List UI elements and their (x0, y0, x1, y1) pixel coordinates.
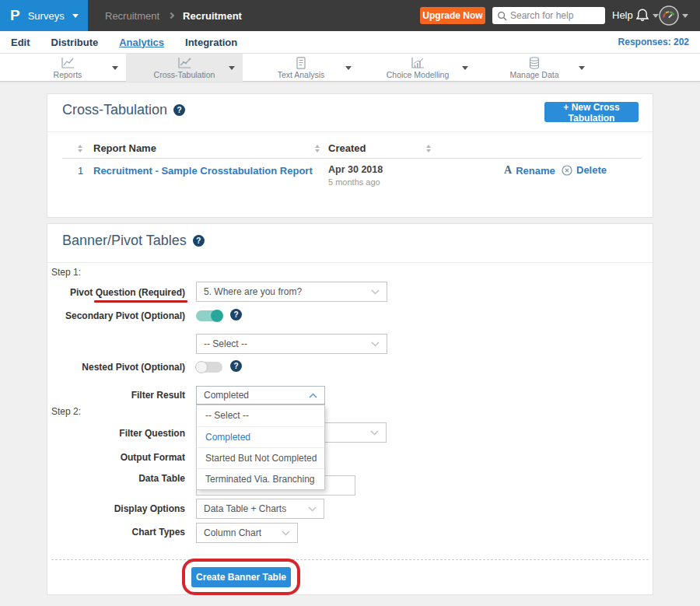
chevron-down-icon (282, 531, 290, 536)
created-ago: 5 months ago (328, 177, 380, 187)
surveys-menu[interactable]: P Surveys (0, 0, 88, 31)
top-bar: P Surveys Recruitment Recruitment Upgrad… (0, 0, 700, 31)
nav-item-distribute[interactable]: Distribute (51, 37, 99, 48)
tab-text-analysis[interactable]: Text Analysis (243, 54, 359, 82)
column-header-created[interactable]: Created (328, 142, 366, 154)
filter-result-select[interactable]: Completed (196, 386, 325, 405)
report-name-link[interactable]: Recruitment - Sample Crosstabulation Rep… (93, 165, 313, 177)
tab-label: Text Analysis (243, 70, 359, 79)
search-icon (497, 11, 507, 21)
nav-item-analytics[interactable]: Analytics (119, 37, 164, 48)
help-icon[interactable]: ? (173, 104, 185, 116)
delete-button[interactable]: Delete (562, 164, 607, 176)
responses-count: Responses: 202 (618, 31, 689, 53)
help-icon[interactable]: ? (230, 360, 242, 372)
analytics-tab-strip: Reports Cross-Tabulation Text Analysis C… (0, 53, 700, 82)
pivot-question-value: 5. Where are you from? (204, 286, 302, 297)
trend-chart-icon (126, 57, 243, 69)
pivot-question-select[interactable]: 5. Where are you from? (196, 282, 387, 302)
account-avatar[interactable] (659, 5, 679, 26)
tab-reports[interactable]: Reports (9, 54, 126, 82)
breadcrumb-parent[interactable]: Recruitment (105, 10, 159, 22)
tab-choice-modelling[interactable]: Choice Modelling (359, 54, 476, 82)
chevron-down-icon (72, 14, 79, 18)
bar-chart-icon (359, 57, 476, 69)
sort-icon[interactable] (78, 145, 82, 152)
chevron-down-icon (371, 289, 380, 295)
tab-label: Cross-Tabulation (126, 70, 243, 79)
chevron-down-icon[interactable] (462, 66, 468, 70)
chevron-down-icon (371, 342, 380, 347)
secondary-pivot-value: -- Select -- (204, 338, 247, 349)
tab-manage-data[interactable]: Manage Data (476, 54, 593, 82)
nav-item-edit[interactable]: Edit (11, 37, 30, 48)
create-banner-table-button[interactable]: Create Banner Table (191, 567, 291, 587)
chevron-down-icon[interactable] (653, 14, 659, 18)
banner-pivot-card (47, 223, 653, 595)
sort-icon[interactable] (315, 145, 320, 152)
banner-pivot-header: Banner/Pivot Tables ? (62, 233, 205, 249)
page: P Surveys Recruitment Recruitment Upgrad… (0, 0, 700, 606)
sort-icon[interactable] (426, 145, 431, 152)
dropdown-option-selected[interactable]: Completed (197, 426, 324, 447)
chevron-down-icon[interactable] (112, 66, 118, 70)
chevron-down-icon (308, 506, 317, 512)
filter-result-label: Filter Result (47, 390, 185, 401)
chevron-right-icon (168, 12, 174, 19)
notifications-bell-icon[interactable] (635, 8, 650, 23)
surveys-menu-label: Surveys (28, 10, 65, 22)
new-cross-tabulation-button[interactable]: + New Cross Tabulation (544, 102, 639, 122)
divider (47, 262, 653, 263)
toggle-knob (211, 310, 223, 322)
secondary-pivot-toggle[interactable] (196, 310, 222, 321)
tab-label: Reports (9, 70, 126, 79)
toggle-knob (195, 361, 208, 373)
page-title: Cross-Tabulation (62, 102, 167, 118)
help-link[interactable]: Help (612, 0, 633, 31)
chart-types-select[interactable]: Column Chart (196, 523, 298, 543)
upgrade-now-button[interactable]: Upgrade Now (420, 7, 485, 24)
filter-result-value: Completed (204, 390, 249, 401)
dropdown-option[interactable]: Terminated Via. Branching (197, 468, 324, 489)
rename-label: Rename (516, 165, 555, 177)
database-icon (476, 57, 593, 69)
chevron-down-icon[interactable] (579, 66, 585, 70)
divider (62, 158, 642, 159)
delete-label: Delete (576, 164, 607, 176)
column-header-report-name[interactable]: Report Name (93, 142, 156, 154)
output-format-label: Output Format (47, 452, 185, 463)
dropdown-option[interactable]: -- Select -- (197, 405, 324, 426)
cross-tabulation-header: Cross-Tabulation ? (62, 102, 185, 118)
step-2-label: Step 2: (51, 406, 81, 417)
line-chart-icon (9, 57, 126, 69)
dropdown-option[interactable]: Started But Not Completed (197, 447, 324, 468)
help-icon[interactable]: ? (193, 235, 205, 247)
display-options-label: Display Options (47, 503, 185, 514)
nav-item-integration[interactable]: Integration (185, 37, 237, 48)
search-input[interactable] (510, 10, 597, 21)
nested-pivot-toggle[interactable] (196, 362, 222, 373)
questionpro-logo: P (10, 7, 20, 24)
display-options-select[interactable]: Data Table + Charts (196, 499, 324, 519)
rename-button[interactable]: A Rename (504, 164, 555, 177)
document-icon (243, 57, 359, 69)
chevron-up-icon (309, 393, 317, 398)
tab-label: Manage Data (476, 70, 593, 79)
chart-types-label: Chart Types (47, 527, 185, 538)
chart-types-value: Column Chart (204, 527, 261, 538)
pivot-question-label: Pivot Question (Required) (47, 287, 185, 298)
chevron-down-icon[interactable] (682, 14, 688, 18)
chevron-down-icon[interactable] (345, 66, 352, 70)
help-icon[interactable]: ? (230, 309, 242, 321)
display-options-value: Data Table + Charts (204, 503, 286, 514)
filter-result-dropdown: -- Select -- Completed Started But Not C… (196, 405, 325, 490)
secondary-pivot-select[interactable]: -- Select -- (196, 334, 387, 354)
tab-label: Choice Modelling (359, 70, 476, 79)
delete-circle-x-icon (562, 165, 572, 176)
breadcrumb: Recruitment Recruitment (105, 0, 242, 31)
tab-cross-tabulation[interactable]: Cross-Tabulation (126, 54, 243, 82)
chevron-down-icon[interactable] (229, 66, 235, 70)
breadcrumb-current: Recruitment (183, 10, 242, 22)
nested-pivot-label: Nested Pivot (Optional) (47, 362, 185, 373)
step-1-label: Step 1: (51, 267, 81, 278)
